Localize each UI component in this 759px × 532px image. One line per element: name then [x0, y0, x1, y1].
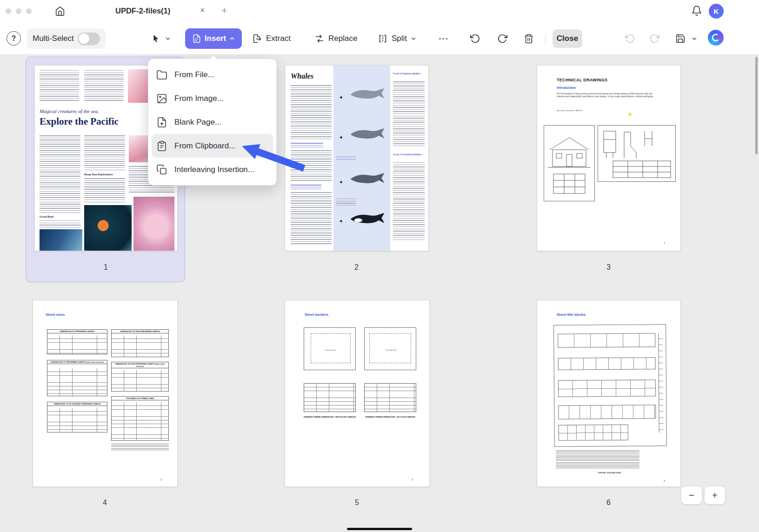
- sheet-table: THICKNESS OF FORMAT LINES: [111, 396, 169, 441]
- border-table: [304, 383, 356, 412]
- cursor-icon: [151, 33, 161, 44]
- home-button[interactable]: [52, 4, 68, 18]
- save-menu-button[interactable]: [690, 28, 699, 49]
- help-button[interactable]: ?: [7, 31, 21, 46]
- page5-caption-with: DRAWING FRAME DIMENSIONS—WITH FILING MAR…: [304, 416, 356, 418]
- fish-school-photo: [40, 229, 82, 251]
- page3-inner-number: 1: [664, 241, 665, 244]
- text-lines: [393, 81, 425, 146]
- page2-title: Whales: [291, 72, 313, 80]
- extract-button[interactable]: Extract: [252, 28, 291, 49]
- undo-icon: [625, 33, 635, 44]
- sheet-table: DIMENSIONS OF NON-PREFERRED SHEETS (with…: [111, 362, 169, 392]
- titlebar: UPDF-2-files(1) × + K: [0, 0, 759, 22]
- timeline-dot: [340, 220, 342, 222]
- sheet-table: DIMENSIONS OF PREFERRED SHEETS (with wid…: [47, 360, 107, 396]
- page5-title: Sheet borders.: [305, 313, 329, 317]
- history-redo-button[interactable]: [647, 28, 662, 49]
- select-tool-button[interactable]: [151, 28, 171, 49]
- text-lines: [84, 178, 125, 202]
- timeline-dot: [340, 96, 342, 99]
- tab-title[interactable]: UPDF-2-files(1): [115, 7, 170, 15]
- menu-item-from-image[interactable]: From Image...: [152, 86, 273, 110]
- page-number-4: 4: [103, 499, 107, 507]
- page1-heading-deep-sea: Deep Sea Exploration: [84, 173, 113, 176]
- split-label: Split: [392, 34, 407, 43]
- page2-heading-baleen: Food of baleen whales: [393, 72, 426, 75]
- user-avatar[interactable]: K: [709, 4, 724, 19]
- anemone-photo: [133, 197, 174, 251]
- page-thumbnail-3[interactable]: TECHNICAL DRAWINGS Introduction For the …: [537, 65, 681, 251]
- page1-kicker: Magical creatures of the sea.: [40, 108, 99, 114]
- furniture-drawing-box: [598, 125, 676, 182]
- whale-illustration: [349, 87, 386, 101]
- page3-body: For the purpose of documenting and commu…: [557, 93, 658, 99]
- text-lines: [336, 199, 356, 206]
- image-icon: [156, 93, 167, 104]
- page-thumbnail-5[interactable]: Sheet borders. Drawing frame Drawing fra…: [285, 300, 430, 487]
- window-close-light[interactable]: [6, 8, 11, 14]
- replace-icon: [314, 33, 325, 44]
- home-icon: [55, 6, 65, 16]
- text-lines: [393, 162, 425, 240]
- menu-item-label: From Clipboard...: [174, 141, 235, 151]
- save-button[interactable]: [672, 28, 688, 49]
- clownfish-photo: [84, 205, 132, 251]
- trash-icon: [524, 33, 534, 44]
- delete-page-button[interactable]: [521, 28, 537, 49]
- page3-subtitle: Introduction: [557, 86, 576, 89]
- text-lines: [40, 70, 79, 102]
- vertical-scrollbar[interactable]: [755, 57, 758, 154]
- blank-page-plus-icon: [156, 117, 167, 128]
- chevron-down-icon: [692, 36, 697, 41]
- new-tab-button[interactable]: +: [221, 5, 227, 17]
- page5-inner-number: 3: [412, 478, 413, 481]
- page6-inner-number: 4: [664, 479, 665, 482]
- text-lines: [291, 192, 332, 244]
- menu-item-blank-page[interactable]: Blank Page...: [152, 110, 273, 134]
- title-block-sketch: [553, 324, 667, 447]
- text-lines: [84, 70, 124, 102]
- updf-app-window: UPDF-2-files(1) × + K ? Multi-Select Ins…: [0, 0, 759, 532]
- yellow-dot: [628, 113, 632, 116]
- replace-label: Replace: [328, 34, 357, 43]
- house-drawing-box: [544, 125, 595, 201]
- folder-icon: [156, 69, 167, 80]
- page-thumbnail-6[interactable]: Sheet title blocks. TYPICAL TITLE BLOCKS…: [537, 300, 681, 487]
- split-button[interactable]: Split: [378, 28, 416, 49]
- zoom-in-button[interactable]: +: [704, 486, 726, 505]
- extract-label: Extract: [266, 34, 291, 43]
- border-table: [364, 383, 416, 412]
- table-note-lines: [111, 444, 169, 451]
- multi-select-toggle[interactable]: [78, 33, 100, 45]
- close-button[interactable]: Close: [553, 29, 582, 48]
- window-minimize-light[interactable]: [16, 8, 21, 14]
- tab-close-button[interactable]: ×: [200, 6, 205, 15]
- timeline-dot: [340, 136, 342, 139]
- toolbar: ? Multi-Select Insert Extract Replace Sp…: [0, 22, 759, 55]
- multi-select-group: Multi-Select: [27, 28, 106, 49]
- blue-annotation-arrow: [238, 139, 308, 176]
- text-lines: [291, 185, 321, 189]
- page6-caption: TYPICAL TITLE BLOCKS: [574, 472, 644, 474]
- page1-title: Explore the Pacific: [40, 116, 119, 127]
- undo-icon: [470, 33, 480, 44]
- insert-button[interactable]: Insert: [185, 28, 242, 49]
- ai-assistant-button[interactable]: [708, 30, 724, 46]
- redo-button[interactable]: [495, 28, 511, 49]
- more-options-button[interactable]: ⋯: [435, 28, 451, 49]
- window-zoom-light[interactable]: [26, 8, 32, 14]
- page3-title: TECHNICAL DRAWINGS: [557, 78, 607, 82]
- undo-button[interactable]: [467, 28, 483, 49]
- text-lines: [291, 85, 332, 139]
- page-thumbnail-4[interactable]: Sheet sizes. DIMENSIONS OF PREFERRED SHE…: [33, 300, 178, 487]
- menu-item-from-file[interactable]: From File...: [152, 63, 273, 86]
- notifications-button[interactable]: [691, 5, 703, 17]
- replace-button[interactable]: Replace: [314, 28, 357, 49]
- page6-title: Sheet title blocks.: [557, 313, 586, 317]
- zoom-out-button[interactable]: −: [681, 486, 702, 505]
- home-indicator: [347, 528, 412, 530]
- redo-icon: [650, 33, 660, 44]
- bell-icon: [691, 5, 702, 16]
- history-undo-button[interactable]: [622, 28, 637, 49]
